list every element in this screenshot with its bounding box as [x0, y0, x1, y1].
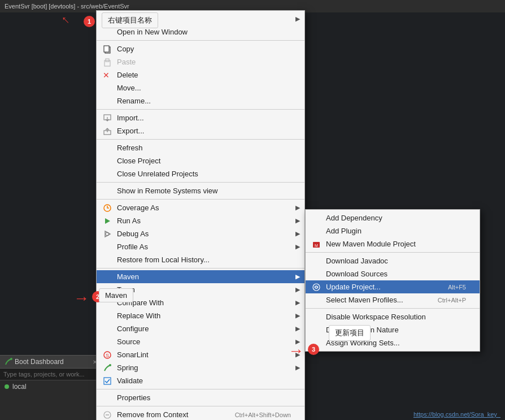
team-arrow: ▶ [295, 286, 300, 293]
menu-run-as[interactable]: Run As ▶ [97, 214, 304, 227]
go-into-arrow: ▶ [295, 15, 300, 23]
sep-6 [97, 268, 304, 269]
url-bar: https://blog.csdn.net/Sora_key_ [413, 411, 500, 418]
arrow-2: → [73, 289, 89, 308]
import-icon [102, 113, 112, 123]
debug-icon [102, 229, 112, 239]
boot-dashboard-title: Boot Dashboard [15, 358, 64, 366]
sep-3 [97, 139, 304, 140]
boot-dashboard-local-item[interactable]: local [0, 380, 102, 393]
submenu-sep-2 [306, 308, 480, 309]
sep-5 [97, 199, 304, 200]
submenu-sep-1 [306, 252, 480, 253]
submenu-update-project[interactable]: Update Project... Alt+F5 [306, 280, 480, 293]
local-label: local [12, 383, 27, 391]
badge-1: 1 [84, 16, 95, 27]
boot-dashboard-tab: Boot Dashboard ✕ [0, 356, 102, 369]
sep-1 [97, 40, 304, 41]
profile-arrow: ▶ [295, 243, 300, 250]
menu-refresh[interactable]: Refresh [97, 141, 304, 154]
select-profiles-shortcut: Ctrl+Alt+P [426, 297, 466, 304]
coverage-arrow: ▶ [295, 204, 300, 211]
menu-paste[interactable]: Paste [97, 55, 304, 68]
svg-rect-14 [104, 378, 111, 384]
tooltip-update-project: 更新项目 [329, 325, 371, 341]
sonarlint-icon: S [102, 350, 112, 360]
menu-close-unrelated[interactable]: Close Unrelated Projects [97, 167, 304, 180]
svg-text:M: M [315, 244, 318, 248]
menu-export[interactable]: Export... [97, 124, 304, 137]
svg-point-20 [10, 358, 12, 360]
submenu-disable-workspace[interactable]: Disable Workspace Resolution [306, 310, 480, 323]
menu-close-project[interactable]: Close Project [97, 154, 304, 167]
tooltip-right-click: 右键项目名称 [102, 12, 158, 28]
badge-3: 3 [308, 344, 319, 355]
submenu-download-sources[interactable]: Download Sources [306, 267, 480, 280]
submenu-add-dependency[interactable]: Add Dependency [306, 211, 480, 224]
sep-8 [97, 406, 304, 406]
submenu-add-plugin[interactable]: Add Plugin [306, 224, 480, 237]
configure-arrow: ▶ [295, 325, 300, 332]
svg-rect-1 [104, 46, 109, 52]
local-status-dot [5, 384, 9, 389]
paste-icon [102, 57, 112, 67]
sep-2 [97, 109, 304, 110]
menu-validate[interactable]: Validate [97, 374, 304, 387]
submenu-new-module[interactable]: M New Maven Module Project [306, 237, 480, 250]
menu-spring[interactable]: Spring ▶ [97, 361, 304, 374]
update-project-shortcut: Alt+F5 [437, 284, 466, 291]
sep-7 [97, 389, 304, 389]
coverage-icon [102, 203, 112, 213]
title-bar-text: EventSvr [boot] [devtools] - src/web/Eve… [5, 3, 129, 10]
svg-text:✕: ✕ [103, 71, 110, 80]
menu-import[interactable]: Import... [97, 111, 304, 124]
copy-icon [102, 44, 112, 54]
menu-copy[interactable]: Copy [97, 42, 304, 55]
maven-arrow: ▶ [295, 273, 300, 280]
svg-text:S: S [106, 353, 109, 358]
menu-properties[interactable]: Properties [97, 391, 304, 404]
menu-delete[interactable]: ✕ Delete [97, 68, 304, 81]
menu-restore[interactable]: Restore from Local History... [97, 253, 304, 266]
update-project-icon [311, 282, 321, 292]
menu-move[interactable]: Move... [97, 81, 304, 94]
sep-4 [97, 182, 304, 183]
tooltip-maven: Maven [99, 288, 133, 302]
menu-maven[interactable]: Maven ▶ [97, 270, 304, 283]
compare-arrow: ▶ [295, 299, 300, 306]
menu-remove-context[interactable]: Remove from Context Ctrl+Alt+Shift+Down [97, 408, 304, 420]
submenu-download-javadoc[interactable]: Download Javadoc [306, 254, 480, 267]
menu-debug-as[interactable]: Debug As ▶ [97, 227, 304, 240]
menu-coverage-as[interactable]: Coverage As ▶ [97, 201, 304, 214]
svg-point-13 [109, 364, 111, 366]
menu-profile-as[interactable]: Profile As ▶ [97, 240, 304, 253]
run-icon [102, 216, 112, 226]
remove-icon [102, 410, 112, 420]
spring-leaf-icon [5, 358, 12, 366]
submenu-select-profiles[interactable]: Select Maven Profiles... Ctrl+Alt+P [306, 293, 480, 306]
maven-module-icon: M [311, 239, 321, 249]
menu-sonarlint[interactable]: S SonarLint ▶ [97, 348, 304, 361]
spring-icon [102, 363, 112, 373]
remove-context-shortcut: Ctrl+Alt+Shift+Down [218, 412, 291, 418]
delete-icon: ✕ [102, 70, 112, 80]
spring-arrow: ▶ [295, 364, 300, 371]
svg-point-19 [313, 284, 320, 291]
menu-configure[interactable]: Configure ▶ [97, 322, 304, 335]
menu-replace-with[interactable]: Replace With ▶ [97, 309, 304, 322]
boot-dashboard-panel: Boot Dashboard ✕ local [0, 355, 102, 420]
boot-dashboard-search[interactable] [0, 369, 102, 380]
menu-rename[interactable]: Rename... [97, 94, 304, 107]
run-arrow: ▶ [295, 217, 300, 224]
debug-arrow: ▶ [295, 230, 300, 237]
menu-show-remote[interactable]: Show in Remote Systems view [97, 184, 304, 197]
context-menu: ▶ Go Into Open in New Window Copy Paste … [96, 10, 305, 420]
arrow-3: → [288, 342, 304, 360]
validate-icon [102, 376, 112, 386]
export-icon [102, 126, 112, 136]
replace-arrow: ▶ [295, 312, 300, 319]
svg-marker-8 [105, 218, 110, 224]
menu-source[interactable]: Source ▶ [97, 335, 304, 348]
